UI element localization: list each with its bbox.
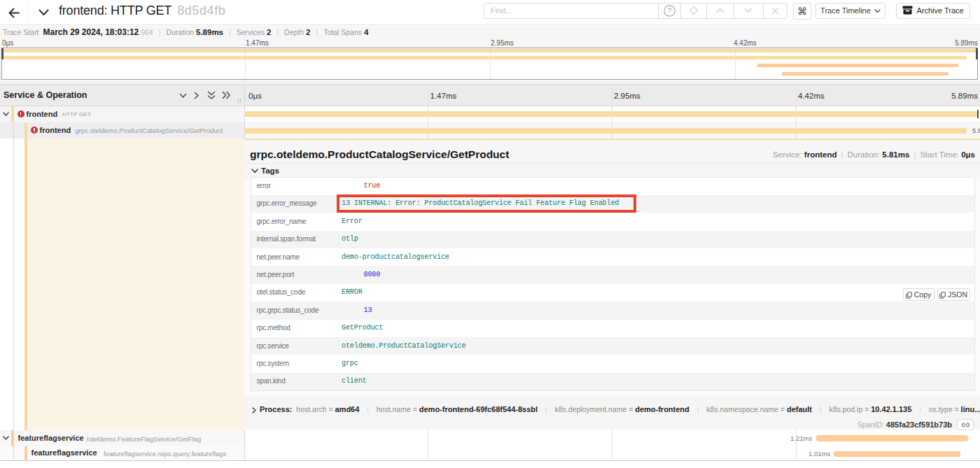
svg-text:?: ?: [668, 7, 672, 15]
